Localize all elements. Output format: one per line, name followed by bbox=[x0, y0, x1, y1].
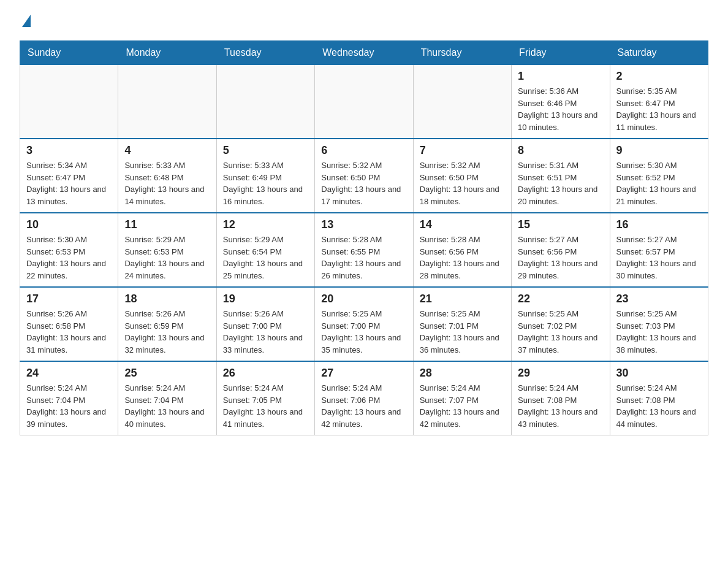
weekday-header-thursday: Thursday bbox=[413, 41, 511, 65]
day-number: 19 bbox=[223, 293, 308, 305]
calendar-cell: 15Sunrise: 5:27 AMSunset: 6:56 PMDayligh… bbox=[512, 213, 610, 287]
day-info: Sunrise: 5:26 AMSunset: 6:58 PMDaylight:… bbox=[26, 308, 112, 356]
calendar-cell: 20Sunrise: 5:25 AMSunset: 7:00 PMDayligh… bbox=[315, 287, 413, 361]
calendar-cell: 22Sunrise: 5:25 AMSunset: 7:02 PMDayligh… bbox=[512, 287, 610, 361]
day-info: Sunrise: 5:33 AMSunset: 6:49 PMDaylight:… bbox=[223, 159, 308, 207]
day-info: Sunrise: 5:31 AMSunset: 6:51 PMDaylight:… bbox=[518, 159, 603, 207]
day-number: 13 bbox=[321, 218, 406, 231]
calendar-cell: 25Sunrise: 5:24 AMSunset: 7:04 PMDayligh… bbox=[118, 361, 216, 435]
calendar-cell: 27Sunrise: 5:24 AMSunset: 7:06 PMDayligh… bbox=[315, 361, 413, 435]
day-number: 24 bbox=[26, 367, 112, 380]
logo bbox=[20, 15, 31, 28]
calendar-cell: 26Sunrise: 5:24 AMSunset: 7:05 PMDayligh… bbox=[216, 361, 314, 435]
calendar-cell: 18Sunrise: 5:26 AMSunset: 6:59 PMDayligh… bbox=[118, 287, 216, 361]
day-number: 3 bbox=[26, 144, 112, 157]
day-number: 22 bbox=[518, 293, 603, 305]
calendar-table: SundayMondayTuesdayWednesdayThursdayFrid… bbox=[20, 40, 708, 435]
day-number: 12 bbox=[223, 218, 308, 231]
day-info: Sunrise: 5:25 AMSunset: 7:00 PMDaylight:… bbox=[321, 308, 406, 356]
calendar-cell: 8Sunrise: 5:31 AMSunset: 6:51 PMDaylight… bbox=[512, 139, 610, 213]
day-info: Sunrise: 5:26 AMSunset: 7:00 PMDaylight:… bbox=[223, 308, 308, 356]
calendar-cell: 2Sunrise: 5:35 AMSunset: 6:47 PMDaylight… bbox=[610, 65, 708, 139]
day-number: 9 bbox=[616, 144, 702, 157]
day-info: Sunrise: 5:30 AMSunset: 6:53 PMDaylight:… bbox=[26, 234, 112, 282]
calendar-cell: 13Sunrise: 5:28 AMSunset: 6:55 PMDayligh… bbox=[315, 213, 413, 287]
day-info: Sunrise: 5:27 AMSunset: 6:57 PMDaylight:… bbox=[616, 234, 702, 282]
day-number: 11 bbox=[124, 218, 210, 231]
weekday-header-wednesday: Wednesday bbox=[315, 41, 413, 65]
day-info: Sunrise: 5:32 AMSunset: 6:50 PMDaylight:… bbox=[420, 159, 505, 207]
calendar-cell: 12Sunrise: 5:29 AMSunset: 6:54 PMDayligh… bbox=[216, 213, 314, 287]
day-number: 30 bbox=[616, 367, 702, 380]
day-number: 10 bbox=[26, 218, 112, 231]
day-number: 4 bbox=[124, 144, 210, 157]
day-number: 16 bbox=[616, 218, 702, 231]
calendar-header-row: SundayMondayTuesdayWednesdayThursdayFrid… bbox=[20, 41, 708, 65]
weekday-header-friday: Friday bbox=[512, 41, 610, 65]
day-info: Sunrise: 5:29 AMSunset: 6:54 PMDaylight:… bbox=[223, 234, 308, 282]
calendar-week-row: 10Sunrise: 5:30 AMSunset: 6:53 PMDayligh… bbox=[20, 213, 708, 287]
calendar-cell: 21Sunrise: 5:25 AMSunset: 7:01 PMDayligh… bbox=[413, 287, 511, 361]
calendar-cell: 14Sunrise: 5:28 AMSunset: 6:56 PMDayligh… bbox=[413, 213, 511, 287]
calendar-week-row: 3Sunrise: 5:34 AMSunset: 6:47 PMDaylight… bbox=[20, 139, 708, 213]
day-info: Sunrise: 5:34 AMSunset: 6:47 PMDaylight:… bbox=[26, 159, 112, 207]
calendar-cell: 11Sunrise: 5:29 AMSunset: 6:53 PMDayligh… bbox=[118, 213, 216, 287]
day-info: Sunrise: 5:28 AMSunset: 6:56 PMDaylight:… bbox=[420, 234, 505, 282]
calendar-cell bbox=[20, 65, 118, 139]
day-number: 5 bbox=[223, 144, 308, 157]
calendar-cell: 19Sunrise: 5:26 AMSunset: 7:00 PMDayligh… bbox=[216, 287, 314, 361]
calendar-cell: 23Sunrise: 5:25 AMSunset: 7:03 PMDayligh… bbox=[610, 287, 708, 361]
day-number: 27 bbox=[321, 367, 406, 380]
day-number: 25 bbox=[124, 367, 210, 380]
calendar-cell: 5Sunrise: 5:33 AMSunset: 6:49 PMDaylight… bbox=[216, 139, 314, 213]
day-number: 7 bbox=[420, 144, 505, 157]
day-info: Sunrise: 5:27 AMSunset: 6:56 PMDaylight:… bbox=[518, 234, 603, 282]
day-number: 18 bbox=[124, 293, 210, 305]
day-info: Sunrise: 5:25 AMSunset: 7:03 PMDaylight:… bbox=[616, 308, 702, 356]
calendar-cell: 1Sunrise: 5:36 AMSunset: 6:46 PMDaylight… bbox=[512, 65, 610, 139]
calendar-cell bbox=[413, 65, 511, 139]
logo-triangle-icon bbox=[22, 15, 31, 27]
calendar-cell: 6Sunrise: 5:32 AMSunset: 6:50 PMDaylight… bbox=[315, 139, 413, 213]
day-info: Sunrise: 5:24 AMSunset: 7:06 PMDaylight:… bbox=[321, 382, 406, 430]
day-number: 15 bbox=[518, 218, 603, 231]
calendar-week-row: 24Sunrise: 5:24 AMSunset: 7:04 PMDayligh… bbox=[20, 361, 708, 435]
calendar-cell bbox=[315, 65, 413, 139]
weekday-header-saturday: Saturday bbox=[610, 41, 708, 65]
calendar-cell: 3Sunrise: 5:34 AMSunset: 6:47 PMDaylight… bbox=[20, 139, 118, 213]
calendar-cell: 16Sunrise: 5:27 AMSunset: 6:57 PMDayligh… bbox=[610, 213, 708, 287]
day-number: 14 bbox=[420, 218, 505, 231]
calendar-cell: 28Sunrise: 5:24 AMSunset: 7:07 PMDayligh… bbox=[413, 361, 511, 435]
calendar-cell: 17Sunrise: 5:26 AMSunset: 6:58 PMDayligh… bbox=[20, 287, 118, 361]
day-info: Sunrise: 5:24 AMSunset: 7:04 PMDaylight:… bbox=[124, 382, 210, 430]
calendar-cell bbox=[216, 65, 314, 139]
weekday-header-sunday: Sunday bbox=[20, 41, 118, 65]
day-info: Sunrise: 5:28 AMSunset: 6:55 PMDaylight:… bbox=[321, 234, 406, 282]
day-info: Sunrise: 5:25 AMSunset: 7:02 PMDaylight:… bbox=[518, 308, 603, 356]
calendar-cell: 9Sunrise: 5:30 AMSunset: 6:52 PMDaylight… bbox=[610, 139, 708, 213]
calendar-week-row: 17Sunrise: 5:26 AMSunset: 6:58 PMDayligh… bbox=[20, 287, 708, 361]
day-info: Sunrise: 5:30 AMSunset: 6:52 PMDaylight:… bbox=[616, 159, 702, 207]
day-info: Sunrise: 5:24 AMSunset: 7:08 PMDaylight:… bbox=[518, 382, 603, 430]
day-number: 1 bbox=[518, 70, 603, 83]
day-number: 20 bbox=[321, 293, 406, 305]
day-info: Sunrise: 5:24 AMSunset: 7:07 PMDaylight:… bbox=[420, 382, 505, 430]
day-number: 21 bbox=[420, 293, 505, 305]
weekday-header-monday: Monday bbox=[118, 41, 216, 65]
day-number: 29 bbox=[518, 367, 603, 380]
day-info: Sunrise: 5:24 AMSunset: 7:08 PMDaylight:… bbox=[616, 382, 702, 430]
day-number: 17 bbox=[26, 293, 112, 305]
calendar-cell: 24Sunrise: 5:24 AMSunset: 7:04 PMDayligh… bbox=[20, 361, 118, 435]
day-info: Sunrise: 5:33 AMSunset: 6:48 PMDaylight:… bbox=[124, 159, 210, 207]
weekday-header-tuesday: Tuesday bbox=[216, 41, 314, 65]
calendar-cell: 7Sunrise: 5:32 AMSunset: 6:50 PMDaylight… bbox=[413, 139, 511, 213]
day-number: 26 bbox=[223, 367, 308, 380]
day-number: 2 bbox=[616, 70, 702, 83]
calendar-week-row: 1Sunrise: 5:36 AMSunset: 6:46 PMDaylight… bbox=[20, 65, 708, 139]
day-info: Sunrise: 5:24 AMSunset: 7:05 PMDaylight:… bbox=[223, 382, 308, 430]
page-header bbox=[20, 15, 708, 28]
day-info: Sunrise: 5:25 AMSunset: 7:01 PMDaylight:… bbox=[420, 308, 505, 356]
calendar-cell: 30Sunrise: 5:24 AMSunset: 7:08 PMDayligh… bbox=[610, 361, 708, 435]
calendar-cell: 4Sunrise: 5:33 AMSunset: 6:48 PMDaylight… bbox=[118, 139, 216, 213]
day-info: Sunrise: 5:24 AMSunset: 7:04 PMDaylight:… bbox=[26, 382, 112, 430]
